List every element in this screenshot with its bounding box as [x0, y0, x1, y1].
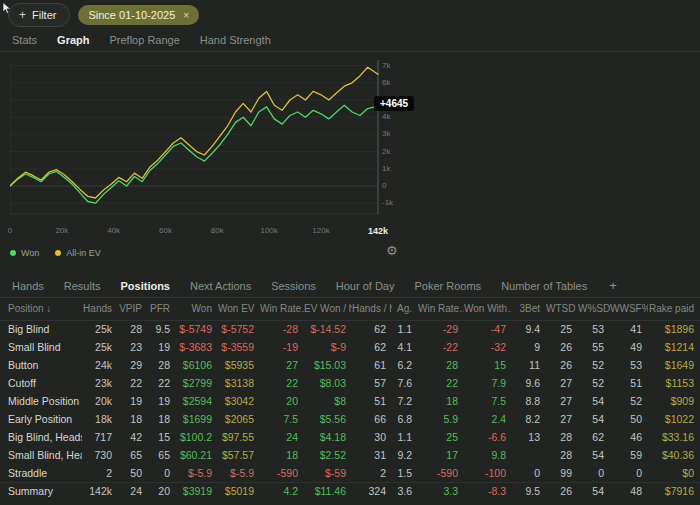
cell-w-sd: 54 [578, 410, 610, 428]
tab-hand-strength[interactable]: Hand Strength [190, 30, 281, 51]
position-row-small-blind-heads-up[interactable]: Small Blind, Heads-up7306565$60.21$57.57… [0, 446, 700, 464]
cell-win-rate: 20 [260, 392, 304, 410]
col-header-ag[interactable]: Ag. [392, 298, 418, 320]
position-row-cutoff[interactable]: Cutoff23k2222$2799$313822$8.03577.6227.9… [0, 374, 700, 392]
cell-ev-won-h: $4.18 [304, 428, 352, 446]
x-tick-label: 80k [211, 226, 224, 235]
cell-wwsf: 41 [610, 320, 648, 338]
position-row-big-blind[interactable]: Big Blind25k289.5$-5749$-5752-28$-14.526… [0, 320, 700, 338]
winnings-chart[interactable] [10, 57, 394, 217]
cell-won-with: -32 [464, 338, 512, 356]
cell-won-with: 7.9 [464, 374, 512, 392]
tab-poker-rooms[interactable]: Poker Rooms [404, 276, 491, 297]
cell-hands: 18k [82, 410, 118, 428]
tab-sessions[interactable]: Sessions [261, 276, 326, 297]
cell-pfr: 9.5 [148, 320, 176, 338]
cell-wtsd: 26 [546, 482, 578, 500]
position-row-straddle[interactable]: Straddle2500$-5.9$-5.9-590$-5921.5-590-1… [0, 464, 700, 482]
cell-w-sd: 62 [578, 428, 610, 446]
cell-3bet: 8.8 [512, 392, 546, 410]
cell-hands: 25k [82, 320, 118, 338]
col-header-win-rate[interactable]: Win Rate… [260, 298, 304, 320]
cell-wwsf: 53 [610, 356, 648, 374]
tab-next-actions[interactable]: Next Actions [180, 276, 261, 297]
cell-wtsd: 28 [546, 428, 578, 446]
legend-dot-icon [55, 250, 61, 256]
col-header-wtsd[interactable]: WTSD [546, 298, 578, 320]
cell-hands: 142k [82, 482, 118, 500]
cell-hands: 730 [82, 446, 118, 464]
x-tick-label: 40k [107, 226, 120, 235]
chart-settings-icon[interactable]: ⚙ [386, 244, 398, 257]
cell-vpip: 24 [118, 482, 148, 500]
cell-won-with: 2.4 [464, 410, 512, 428]
col-header-pfr[interactable]: PFR [148, 298, 176, 320]
legend-all-in-ev[interactable]: All-in EV [55, 248, 101, 258]
remove-filter-icon[interactable]: × [183, 10, 189, 21]
tab-positions[interactable]: Positions [110, 276, 180, 297]
tab-hands[interactable]: Hands [2, 276, 54, 297]
add-report-tab-button[interactable]: + [597, 276, 629, 297]
col-header-hands-h[interactable]: Hands / h [352, 298, 392, 320]
position-row-small-blind[interactable]: Small Blind25k2319$-3683$-3559-19$-9624.… [0, 338, 700, 356]
tab-preflop-range[interactable]: Preflop Range [99, 30, 189, 51]
cell-won-ev: $2065 [218, 410, 260, 428]
summary-row[interactable]: Summary142k2420$3919$50194.2$11.463243.6… [0, 482, 700, 500]
position-row-middle-position[interactable]: Middle Position20k1919$2594$304220$8517.… [0, 392, 700, 410]
col-header-rake-paid[interactable]: Rake paid [648, 298, 700, 320]
cell-won: $100.2 [176, 428, 218, 446]
y-tick-label: -1k [382, 199, 393, 207]
col-header-won-with[interactable]: Won With… [464, 298, 512, 320]
cell-rake-paid: $1896 [648, 320, 700, 338]
tab-results[interactable]: Results [54, 276, 111, 297]
cell-win-rate: 22 [260, 374, 304, 392]
since-chip-label: Since 01-10-2025 [88, 9, 175, 21]
since-filter-chip[interactable]: Since 01-10-2025 × [78, 5, 199, 25]
tab-graph[interactable]: Graph [47, 30, 99, 51]
cell-ag: 9.2 [392, 446, 418, 464]
cell-won: $-5.9 [176, 464, 218, 482]
cell-hands: 24k [82, 356, 118, 374]
cell-won: $-5749 [176, 320, 218, 338]
cell-win-rate: -590 [260, 464, 304, 482]
col-header-hands[interactable]: Hands [82, 298, 118, 320]
position-row-button[interactable]: Button24k2928$6106$593527$15.03616.22815… [0, 356, 700, 374]
tab-stats[interactable]: Stats [2, 30, 47, 51]
x-tick-label: 142k [368, 226, 388, 236]
cell-win-rate: 28 [418, 356, 464, 374]
cell-hands: 25k [82, 338, 118, 356]
col-header-won[interactable]: Won [176, 298, 218, 320]
cell-hands: 2 [82, 464, 118, 482]
position-row-big-blind-heads-up[interactable]: Big Blind, Heads-up7174215$100.2$97.5524… [0, 428, 700, 446]
col-header-w-sd[interactable]: W%SD [578, 298, 610, 320]
col-header-3bet[interactable]: 3Bet [512, 298, 546, 320]
y-tick-label: 6k [382, 79, 390, 87]
cell-wtsd: 28 [546, 446, 578, 464]
cell-win-rate: 7.5 [260, 410, 304, 428]
col-header-won-ev[interactable]: Won EV [218, 298, 260, 320]
position-row-early-position[interactable]: Early Position18k1818$1699$20657.5$5.566… [0, 410, 700, 428]
col-header-win-rate[interactable]: Win Rate… [418, 298, 464, 320]
cell-won: $2594 [176, 392, 218, 410]
legend-won[interactable]: Won [10, 248, 39, 258]
cell-wwsf: 46 [610, 428, 648, 446]
cell-hands-h: 30 [352, 428, 392, 446]
cell-ev-won-h: $8.03 [304, 374, 352, 392]
cell-w-sd: 52 [578, 356, 610, 374]
tab-hour-of-day[interactable]: Hour of Day [326, 276, 405, 297]
cell-vpip: 50 [118, 464, 148, 482]
col-header-ev-won-h[interactable]: EV Won / h [304, 298, 352, 320]
col-header-vpip[interactable]: VPIP [118, 298, 148, 320]
plus-icon: + [19, 8, 26, 22]
cell-won: $-3683 [176, 338, 218, 356]
tab-number-of-tables[interactable]: Number of Tables [491, 276, 597, 297]
position-name: Small Blind [0, 338, 82, 356]
cell-3bet: 9.6 [512, 374, 546, 392]
cell-ag: 1.5 [392, 464, 418, 482]
position-name: Straddle [0, 464, 82, 482]
y-tick-label: 1k [382, 165, 390, 173]
col-header-wwsf[interactable]: WWSF% [610, 298, 648, 320]
cell-ev-won-h: $-59 [304, 464, 352, 482]
add-filter-button[interactable]: + Filter [8, 3, 70, 27]
col-header-position[interactable]: Position ↓ [0, 298, 82, 320]
